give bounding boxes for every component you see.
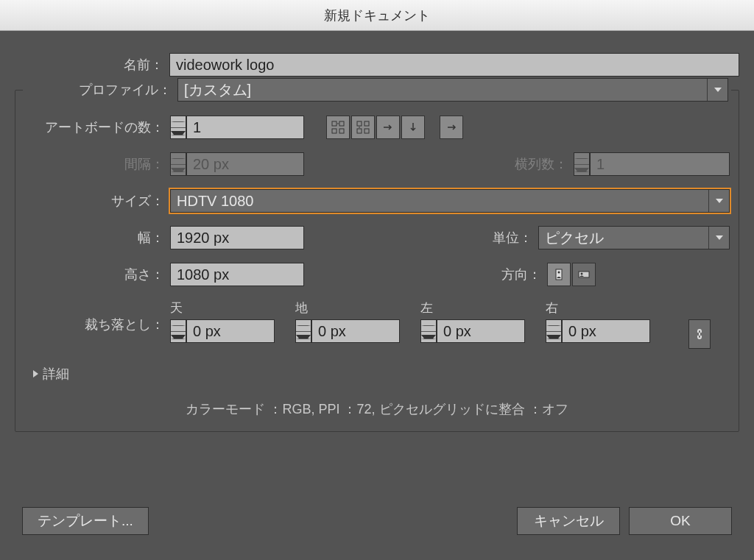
bleed-right-stepper[interactable]: [546, 319, 562, 343]
bleed-top-input[interactable]: 0 px: [186, 319, 275, 343]
height-input[interactable]: 1080 px: [170, 263, 304, 286]
svg-rect-7: [364, 129, 369, 133]
artboards-stepper[interactable]: [170, 116, 186, 139]
artboards-label: アートボードの数：: [24, 118, 170, 136]
units-select[interactable]: ピクセル: [538, 226, 730, 249]
bleed-right-label: 右: [546, 300, 671, 316]
artboards-input[interactable]: 1: [186, 116, 304, 139]
columns-stepper: [574, 152, 590, 176]
bleed-right-input[interactable]: 0 px: [562, 319, 650, 343]
chevron-down-icon: [708, 227, 729, 249]
name-label: 名前：: [15, 56, 169, 74]
width-label: 幅：: [24, 229, 170, 247]
svg-rect-6: [357, 129, 362, 133]
chevron-down-icon: [708, 190, 729, 212]
grid-by-row-icon[interactable]: [326, 116, 350, 139]
rtl-toggle-icon[interactable]: [440, 116, 463, 139]
bleed-left-label: 左: [420, 300, 546, 316]
arrange-right-icon[interactable]: [376, 116, 400, 139]
svg-rect-2: [332, 129, 337, 133]
height-label: 高さ：: [24, 266, 170, 283]
size-value: HDTV 1080: [171, 193, 708, 210]
svg-point-11: [581, 273, 583, 275]
arrange-down-icon[interactable]: [401, 116, 425, 139]
dialog-title: 新規ドキュメント: [0, 0, 754, 31]
svg-rect-5: [364, 121, 369, 126]
bleed-bottom-stepper[interactable]: [295, 319, 311, 343]
spacing-label: 間隔：: [24, 155, 170, 173]
bleed-label: 裁ち落とし：: [24, 300, 170, 349]
bleed-bottom-label: 地: [295, 300, 420, 316]
bleed-top-label: 天: [170, 300, 295, 316]
orientation-label: 方向：: [501, 266, 547, 283]
bleed-bottom-input[interactable]: 0 px: [311, 319, 400, 343]
profile-select[interactable]: [カスタム]: [177, 78, 728, 102]
units-label: 単位：: [493, 229, 538, 247]
bleed-left-input[interactable]: 0 px: [437, 319, 525, 343]
cancel-button[interactable]: キャンセル: [517, 507, 620, 535]
svg-rect-4: [357, 121, 362, 126]
svg-rect-0: [332, 121, 337, 126]
columns-label: 横列数：: [515, 155, 574, 173]
svg-point-9: [558, 272, 560, 274]
template-button[interactable]: テンプレート...: [22, 507, 149, 535]
advanced-label: 詳細: [43, 365, 69, 383]
grid-by-col-icon[interactable]: [351, 116, 375, 139]
advanced-toggle[interactable]: 詳細: [33, 365, 730, 383]
profile-value: [カスタム]: [178, 80, 707, 100]
profile-label: プロファイル：: [26, 81, 177, 99]
columns-input: 1: [590, 152, 730, 176]
bleed-top-stepper[interactable]: [170, 319, 186, 343]
link-bleed-icon[interactable]: [688, 319, 711, 349]
orientation-portrait-icon[interactable]: [547, 263, 571, 286]
triangle-right-icon: [33, 370, 38, 378]
svg-rect-3: [339, 129, 344, 133]
chevron-down-icon: [707, 79, 727, 101]
svg-rect-1: [339, 121, 344, 126]
size-label: サイズ：: [24, 192, 170, 210]
summary-text: カラーモード ：RGB, PPI ：72, ピクセルグリッドに整合 ：オフ: [24, 400, 730, 418]
orientation-landscape-icon[interactable]: [572, 263, 596, 286]
ok-button[interactable]: OK: [629, 507, 732, 535]
width-input[interactable]: 1920 px: [170, 226, 304, 249]
units-value: ピクセル: [539, 228, 708, 248]
bleed-left-stepper[interactable]: [420, 319, 437, 343]
name-input[interactable]: videowork logo: [169, 53, 739, 77]
size-select[interactable]: HDTV 1080: [170, 189, 730, 213]
spacing-input: 20 px: [186, 152, 304, 176]
spacing-stepper: [170, 152, 186, 176]
